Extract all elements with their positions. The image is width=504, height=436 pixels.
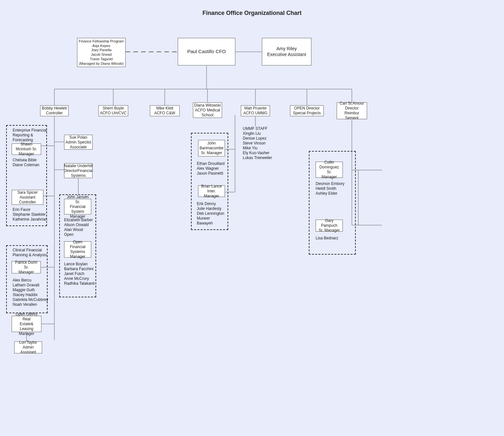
sara-box: Sara Spicer Assistant Controller — [12, 190, 43, 205]
shawn-box: Shawn Mcintosh Sr. Manager — [12, 143, 41, 155]
lori-box: Lori Taylor Admin Assistant — [14, 341, 42, 353]
open-umhs-box: Open UMHS Real Estate& Leasing Manager — [12, 316, 41, 332]
open-financial-box: Open Financial Systems Manager — [64, 241, 91, 258]
patrick-reports: Alex Bercu Latham Gravatt Maggie Guth St… — [13, 278, 48, 307]
open-director-box: OPEN Director Special Projects — [290, 105, 324, 116]
john-barimacombe-reports: Ethan Drouillard Alex Wagner Jason Pasin… — [197, 161, 225, 176]
shawn-reports: Chelsea Bible Diane Coleman — [13, 158, 39, 167]
sue-box: Sue Polan Admin Speclist Associate — [64, 135, 93, 150]
brian-box: Brian Lance Inter. Manager — [198, 185, 225, 197]
open-financial-reports: Lance Boylan Barbara Facchini Janet Futc… — [64, 262, 95, 286]
gary-box: Gary Pampuch Sr. Manager — [316, 220, 343, 232]
sara-reports: Erin Favor Stephanie Staebler Katherine … — [13, 207, 47, 222]
collin-reports: Desmon Embory Hieldl Smith Ashley Elder — [316, 181, 344, 196]
chart-title: Finance Office Organizational Chart — [0, 0, 504, 17]
john-jansen-box: John Jansen Sr. Financial System Manager — [64, 199, 91, 214]
diana-box: Diana Witowski ACFO Medical School — [193, 102, 222, 118]
carl-box: Carl St.Amour Director Reimbur Sement — [337, 102, 367, 119]
mike-box: Mike Klett ACFO C&W — [150, 105, 180, 116]
natalie-box: Natalie Underhill DirectorFinancial Syst… — [64, 163, 93, 178]
cfo-box: Paul Castillo CFO — [178, 38, 235, 65]
gary-reports: Lisa Bednarz — [316, 236, 338, 241]
bobby-box: Bobby Hewlett Controller — [40, 105, 69, 116]
cfpa-title: Clinical Financial Planning & Analysis — [13, 248, 47, 258]
john-jansen-reports: Elizabeth Barber Alison Oswald Alan Wood… — [64, 218, 93, 237]
sherri-box: Sherri Boyle ACFO UH/CVC — [98, 105, 128, 116]
exec-assistant-box: Amy Riley Executive Assistant — [262, 38, 311, 65]
ummf-staff: UMMF STAFF Xinglin Liu Denise Lopez Stev… — [243, 126, 272, 160]
collin-box: Collin Dominguez Sr. Manager — [316, 162, 343, 178]
patrick-box: Patrick Dunn Sr. Manager — [12, 261, 41, 273]
fellowship-box: Finance Fellowship Program Asja Kepes Jo… — [77, 38, 126, 67]
matt-box: Matt Pruente ACFO UMMG — [241, 105, 270, 116]
john-barimacombe-box: John Barimacombe Sr. Manager — [198, 140, 225, 156]
brian-reports: Erik Denny Juile Hardesty Deb Lennington… — [197, 201, 224, 226]
eff-title: Enterprise Financial Reporting & Forecas… — [13, 128, 47, 143]
